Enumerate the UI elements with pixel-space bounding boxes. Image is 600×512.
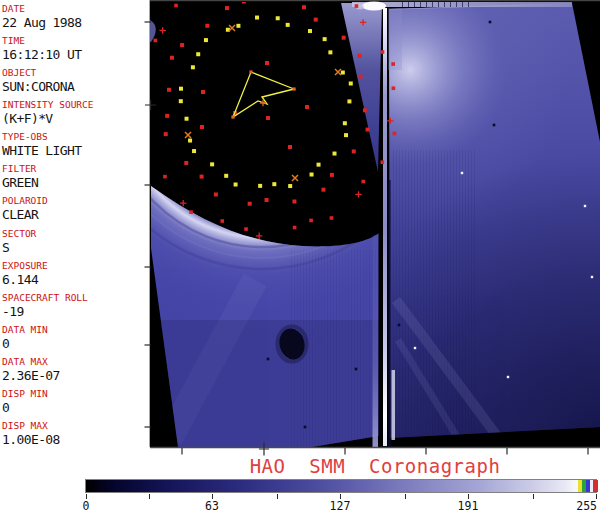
dark-speck [398,324,401,327]
fiducial-dot [174,4,178,8]
fiducial-dot [214,192,218,196]
fiducial-dot [205,24,209,28]
serration-tick [420,2,421,7]
fiducial-scatter-dot [265,61,269,65]
field-value: 22 Aug 1988 [2,16,148,29]
fiducial-dot [357,54,361,58]
fiducial-dot [310,173,314,177]
field-value: SUN:CORONA [2,80,148,93]
fiducial-dot [164,132,168,136]
split-line-secondary [392,370,396,440]
field-label: SPACECRAFT ROLL [2,293,148,303]
dark-blob [277,326,308,362]
colorbar-tick-label: 255 [576,500,597,512]
field-label: DISP MAX [2,421,148,431]
fiducial-dot [349,82,353,86]
fiducial-dot [355,4,359,8]
white-speck [507,376,509,378]
field-value: S [2,241,148,254]
sidebar-field-sector: SECTORS [2,229,148,254]
field-label: TYPE-OBS [2,132,148,142]
fiducial-dot [361,180,365,184]
image-title: HAO SMM Coronagraph [150,456,600,476]
fiducial-dot [393,132,397,136]
fiducial-dot [179,99,183,103]
fiducial-dot [344,133,348,137]
field-label: DATE [2,4,148,14]
serration-tick [450,2,451,7]
fiducial-plus [140,106,144,112]
serration-tick [408,2,409,7]
sidebar-field-polaroid: POLAROIDCLEAR [2,196,148,221]
sidebar-field-time: TIME16:12:10 UT [2,36,148,61]
fiducial-scatter-dot [305,105,309,109]
fiducial-dot [204,38,208,42]
fiducial-dot [224,174,228,178]
fiducial-dot [366,128,370,132]
fiducial-dot [293,226,297,230]
fiducial-dot [381,160,385,164]
serration-tick [438,2,439,7]
fiducial-scatter-dot [201,90,205,94]
flag-vertex-dot [292,87,295,90]
fiducial-dot [292,200,296,204]
serration-tick [402,2,403,7]
white-speck [584,205,586,207]
field-value: 6.144 [2,273,148,286]
fiducial-dot [286,23,290,27]
sidebar-field-data-min: DATA MIN0 [2,325,148,350]
split-line-seam [388,180,390,447]
fiducial-dot [236,24,240,28]
fiducial-dot [323,37,327,41]
serration-tick [414,2,415,7]
fiducial-dot [200,175,204,179]
sidebar-field-data-max: DATA MAX2.36E-07 [2,357,148,382]
fiducial-dot [196,52,200,56]
fiducial-dot [191,65,195,69]
fiducial-dot [330,216,334,220]
fiducial-dot [317,163,321,167]
fiducial-dot [276,16,280,20]
split-line-top-glow [388,8,402,70]
colorbar-tick [149,494,150,499]
fiducial-dot [192,149,196,153]
sidebar-field-spacecraft-roll: SPACECRAFT ROLL-19 [2,293,148,318]
field-label: FILTER [2,164,148,174]
fiducial-dot [188,139,192,143]
fiducial-dot [234,183,238,187]
fiducial-dot [146,156,150,160]
fiducial-dot [225,6,229,10]
fiducial-dot [342,36,346,40]
fiducial-scatter-dot [288,145,292,149]
right-panel-shading [384,3,600,447]
top-bright-blob [362,2,386,11]
colorbar-tick-label: 127 [330,500,351,512]
field-value: 0 [2,401,148,414]
field-value: 0 [2,337,148,350]
dark-speck [493,124,496,127]
colorbar-stripe [593,480,598,492]
coronagraph-viewer-window: DATE22 Aug 1988TIME16:12:10 UTOBJECTSUN:… [0,0,600,512]
colorbar-tick-label: 63 [205,500,219,512]
white-speck [591,276,593,278]
fiducial-dot [391,62,395,66]
colorbar-gradient [85,479,597,493]
fiducial-dot [180,43,184,47]
sidebar-field-object: OBJECTSUN:CORONA [2,68,148,93]
fiducial-dot [265,198,269,202]
serration-tick [468,2,469,7]
colorbar-tick-label: 191 [458,500,479,512]
fiducial-dot [185,117,189,121]
field-label: DATA MAX [2,357,148,367]
white-speck [461,172,463,174]
split-line-dim [373,235,379,447]
fiducial-dot [328,50,332,54]
flag-vertex-dot [249,70,252,73]
fiducial-dot [140,144,143,148]
serration-tick [426,2,427,7]
sidebar-field-filter: FILTERGREEN [2,164,148,189]
sidebar-field-exposure: EXPOSURE6.144 [2,261,148,286]
dark-speck [355,368,358,371]
fiducial-dot [255,16,259,20]
fiducial-dot [302,5,306,9]
